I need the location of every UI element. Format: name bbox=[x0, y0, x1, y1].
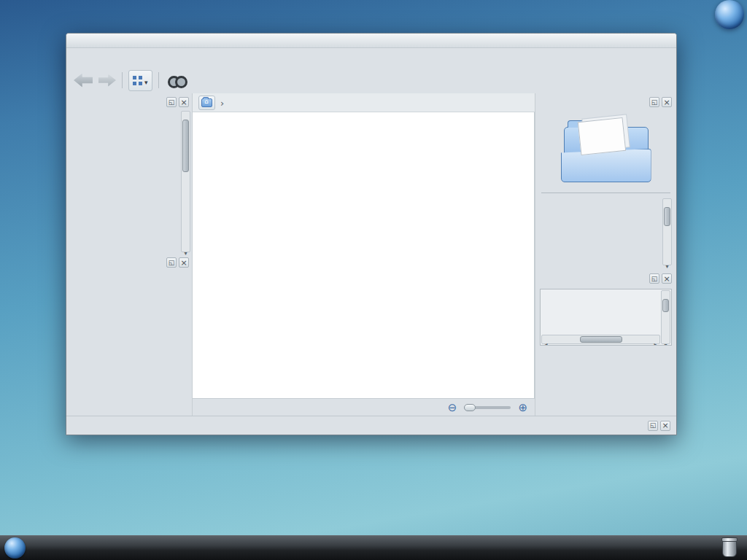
filter-panel-header bbox=[538, 271, 673, 286]
home-folder-icon bbox=[201, 98, 212, 107]
breadcrumb-home-button[interactable] bbox=[198, 96, 215, 110]
filter-scrollbar[interactable] bbox=[661, 290, 670, 344]
toolbar-separator bbox=[158, 72, 159, 88]
zoom-in-icon[interactable] bbox=[518, 401, 527, 414]
view-mode-button[interactable] bbox=[128, 70, 152, 91]
close-panel-icon[interactable] bbox=[179, 97, 189, 107]
folders-scrollbar[interactable] bbox=[181, 111, 190, 252]
menu-bar bbox=[66, 48, 676, 67]
scroll-down-icon[interactable] bbox=[662, 336, 670, 343]
zoom-out-icon[interactable] bbox=[448, 401, 457, 414]
scroll-thumb[interactable] bbox=[664, 207, 670, 226]
find-icon[interactable] bbox=[168, 75, 187, 86]
app-launcher-button[interactable] bbox=[4, 537, 26, 559]
chevron-down-icon bbox=[144, 74, 148, 88]
divider bbox=[541, 192, 670, 193]
scroll-right-icon[interactable] bbox=[651, 335, 659, 343]
information-panel-body bbox=[538, 109, 673, 265]
dolphin-window bbox=[66, 33, 677, 435]
close-panel-icon[interactable] bbox=[662, 273, 672, 284]
trash-widget-icon[interactable] bbox=[722, 540, 737, 557]
right-panels bbox=[535, 93, 676, 416]
window-buttons bbox=[635, 34, 671, 47]
close-panel-icon[interactable] bbox=[662, 97, 672, 107]
taskbar bbox=[0, 535, 747, 560]
scroll-up-icon[interactable] bbox=[662, 291, 670, 298]
places-list bbox=[69, 271, 190, 416]
window-main bbox=[66, 93, 676, 416]
terminal-panel-header bbox=[66, 416, 676, 435]
folders-panel-header bbox=[69, 95, 190, 109]
back-button[interactable] bbox=[74, 74, 93, 88]
zoom-handle[interactable] bbox=[464, 404, 476, 411]
toolbar-separator bbox=[122, 72, 123, 88]
float-panel-icon[interactable] bbox=[649, 273, 659, 284]
close-panel-icon[interactable] bbox=[660, 421, 670, 431]
icon-view-icon bbox=[133, 76, 142, 85]
zoom-slider[interactable] bbox=[464, 403, 511, 412]
property-grid bbox=[540, 198, 659, 265]
forward-button[interactable] bbox=[98, 74, 116, 87]
filter-hscrollbar[interactable] bbox=[541, 335, 660, 344]
toolbar bbox=[66, 67, 676, 93]
center-view bbox=[192, 93, 535, 416]
scroll-up-icon[interactable] bbox=[182, 112, 190, 119]
scroll-thumb[interactable] bbox=[580, 336, 622, 343]
scroll-left-icon[interactable] bbox=[542, 335, 550, 343]
float-panel-icon[interactable] bbox=[648, 421, 658, 431]
paper-icon bbox=[578, 117, 626, 155]
preview bbox=[540, 112, 672, 188]
folder-tree bbox=[69, 111, 181, 252]
folders-tree-wrap bbox=[69, 111, 190, 252]
scroll-thumb[interactable] bbox=[662, 299, 669, 312]
float-panel-icon[interactable] bbox=[166, 257, 177, 268]
float-panel-icon[interactable] bbox=[649, 97, 659, 107]
desktop-toolbox-cashew[interactable] bbox=[715, 0, 744, 29]
breadcrumb-chevron-icon bbox=[220, 96, 224, 109]
sidebar bbox=[66, 93, 192, 416]
filter-panel-body bbox=[540, 289, 672, 346]
float-panel-icon[interactable] bbox=[166, 97, 177, 107]
places-panel-header bbox=[69, 255, 190, 270]
info-scrollbar[interactable] bbox=[662, 198, 672, 265]
scroll-down-icon[interactable] bbox=[663, 257, 671, 265]
scroll-up-icon[interactable] bbox=[663, 199, 671, 206]
status-bar bbox=[193, 398, 535, 416]
information-panel-header bbox=[538, 95, 673, 109]
breadcrumb bbox=[193, 93, 535, 112]
close-panel-icon[interactable] bbox=[179, 257, 189, 268]
scroll-down-icon[interactable] bbox=[182, 244, 190, 252]
scroll-thumb[interactable] bbox=[182, 120, 189, 172]
icon-view[interactable] bbox=[193, 112, 535, 398]
titlebar[interactable] bbox=[66, 34, 676, 48]
